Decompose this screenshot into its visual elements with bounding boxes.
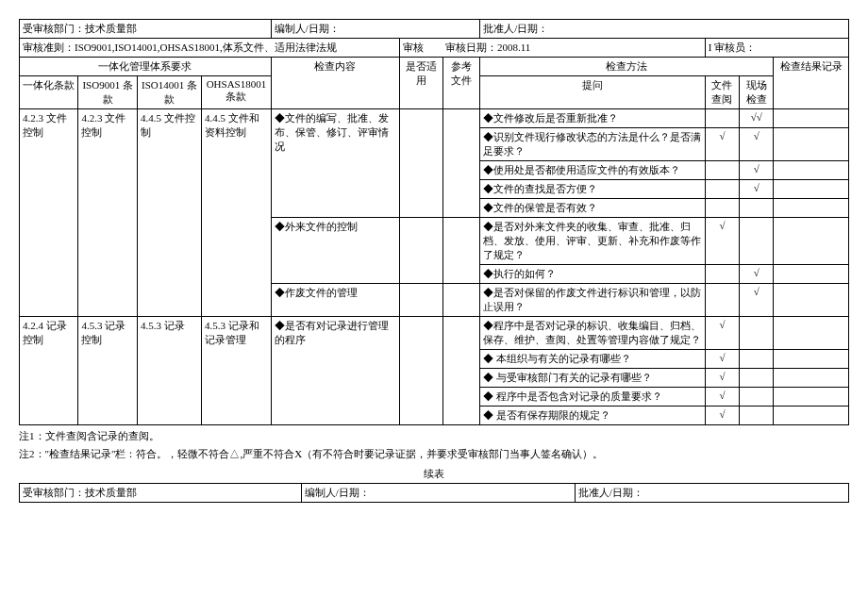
question-cell: ◆文件的查找是否方便？ xyxy=(480,180,705,199)
clause-cell: 4.4.5 文件控制 xyxy=(137,109,201,317)
th-ohsas: OHSAS18001 条款 xyxy=(202,76,272,109)
footer-dept: 受审核部门：技术质量部 xyxy=(20,484,302,503)
footer-preparer: 编制人/日期： xyxy=(301,484,575,503)
th-group2: 检查方法 xyxy=(480,58,774,76)
th-iso14: ISO14001 条款 xyxy=(137,76,201,109)
docrev-cell: √ xyxy=(705,218,739,265)
site-cell xyxy=(740,407,774,425)
ref-cell xyxy=(442,109,480,218)
clause-cell: 4.2.3 文件控制 xyxy=(20,109,78,317)
question-cell: ◆识别文件现行修改状态的方法是什么？是否满足要求？ xyxy=(480,128,705,161)
site-cell: √√ xyxy=(740,109,774,128)
auditor-cell: I 审核员： xyxy=(705,39,848,58)
clause-cell: 4.4.5 文件和资料控制 xyxy=(202,109,272,317)
result-cell xyxy=(774,284,849,317)
docrev-cell: √ xyxy=(705,407,739,425)
result-cell xyxy=(774,128,849,161)
clause-cell: 4.2.3 文件控制 xyxy=(78,109,137,317)
site-cell: √ xyxy=(740,284,774,317)
auditor-label: 审核员： xyxy=(714,41,756,53)
docrev-cell xyxy=(705,161,739,180)
th-int: 一体化条款 xyxy=(20,76,78,109)
docrev-cell: √ xyxy=(705,350,739,369)
question-cell: ◆文件的保管是否有效？ xyxy=(480,199,705,218)
result-cell xyxy=(774,199,849,218)
site-cell xyxy=(740,199,774,218)
note2: 注2："检查结果记录"栏：符合。，轻微不符合△,严重不符合X（有不符合时要记录证… xyxy=(19,447,849,461)
question-cell: ◆ 与受审核部门有关的记录有哪些？ xyxy=(480,369,705,388)
th-iso9: ISO9001 条款 xyxy=(78,76,137,109)
header-table: 受审核部门：技术质量部 编制人/日期： 批准人/日期： 审核准则：ISO9001… xyxy=(19,19,849,425)
ref-cell xyxy=(442,218,480,284)
docrev-cell: √ xyxy=(705,128,739,161)
docrev-cell xyxy=(705,284,739,317)
docrev-cell: √ xyxy=(705,388,739,407)
th-content: 检查内容 xyxy=(271,58,399,109)
table-body: 4.2.3 文件控制4.2.3 文件控制4.4.5 文件控制4.4.5 文件和资… xyxy=(20,109,849,425)
auditor-prefix: I xyxy=(709,41,712,53)
audit-date-cell: 审核日期：2008.11 xyxy=(442,39,705,58)
table-row: 4.2.3 文件控制4.2.3 文件控制4.4.5 文件控制4.4.5 文件和资… xyxy=(20,109,849,128)
docrev-cell: √ xyxy=(705,317,739,350)
site-cell xyxy=(740,317,774,350)
question-cell: ◆ 是否有保存期限的规定？ xyxy=(480,407,705,425)
note1: 注1：文件查阅含记录的查阅。 xyxy=(19,429,849,443)
result-cell xyxy=(774,161,849,180)
site-cell: √ xyxy=(740,180,774,199)
apply-cell xyxy=(400,109,442,218)
criteria-cell: 审核准则：ISO9001,ISO14001,OHSAS18001,体系文件、适用… xyxy=(20,39,400,58)
cont-label: 续表 xyxy=(19,467,849,481)
result-cell xyxy=(774,218,849,265)
site-cell xyxy=(740,350,774,369)
question-cell: ◆ 程序中是否包含对记录的质量要求？ xyxy=(480,388,705,407)
content-cell: ◆作废文件的管理 xyxy=(271,284,399,317)
footer-table: 受审核部门：技术质量部 编制人/日期： 批准人/日期： xyxy=(19,483,849,503)
result-cell xyxy=(774,180,849,199)
docrev-cell: √ xyxy=(705,369,739,388)
apply-cell xyxy=(400,218,442,284)
result-cell xyxy=(774,407,849,425)
result-cell xyxy=(774,369,849,388)
question-cell: ◆程序中是否对记录的标识、收集编目、归档、保存、维护、查阅、处置等管理内容做了规… xyxy=(480,317,705,350)
site-cell: √ xyxy=(740,265,774,284)
audit-date-value: 2008.11 xyxy=(497,41,530,53)
dept-label: 受审核部门： xyxy=(23,23,85,34)
result-cell xyxy=(774,388,849,407)
preparer-label: 编制人/日期： xyxy=(275,23,340,34)
clause-cell: 4.2.4 记录控制 xyxy=(20,317,78,425)
th-apply: 是否适用 xyxy=(400,58,442,109)
result-cell xyxy=(774,350,849,369)
content-cell: ◆文件的编写、批准、发布、保管、修订、评审情况 xyxy=(271,109,399,218)
th-group1: 一体化管理体系要求 xyxy=(20,58,272,76)
clause-cell: 4.5.3 记录和记录管理 xyxy=(202,317,272,425)
site-cell xyxy=(740,369,774,388)
question-cell: ◆是否对外来文件夹的收集、审查、批准、归档、发放、使用、评审、更新、补充和作废等… xyxy=(480,218,705,265)
docrev-cell xyxy=(705,265,739,284)
audit-date-label: 审核日期： xyxy=(445,41,497,53)
docrev-cell xyxy=(705,180,739,199)
question-cell: ◆执行的如何？ xyxy=(480,265,705,284)
footer-approver: 批准人/日期： xyxy=(575,484,848,503)
apply-cell xyxy=(400,317,442,425)
dept-value: 技术质量部 xyxy=(85,23,137,34)
table-row: 4.2.4 记录控制4.5.3 记录控制4.5.3 记录4.5.3 记录和记录管… xyxy=(20,317,849,350)
question-cell: ◆是否对保留的作废文件进行标识和管理，以防止误用？ xyxy=(480,284,705,317)
ref-cell xyxy=(442,284,480,317)
approver-label: 批准人/日期： xyxy=(483,23,548,34)
apply-cell xyxy=(400,284,442,317)
clause-cell: 4.5.3 记录 xyxy=(137,317,201,425)
site-cell xyxy=(740,218,774,265)
result-cell xyxy=(774,317,849,350)
th-doc: 文件查阅 xyxy=(705,76,739,109)
approver-cell: 批准人/日期： xyxy=(480,20,849,39)
clause-cell: 4.5.3 记录控制 xyxy=(78,317,137,425)
docrev-cell xyxy=(705,199,739,218)
content-cell: ◆是否有对记录进行管理的程序 xyxy=(271,317,399,425)
site-cell xyxy=(740,388,774,407)
ref-cell xyxy=(442,317,480,425)
th-question: 提问 xyxy=(480,76,705,109)
th-site: 现场检查 xyxy=(740,76,774,109)
site-cell: √ xyxy=(740,161,774,180)
th-result: 检查结果记录 xyxy=(774,58,849,109)
question-cell: ◆使用处是否都使用适应文件的有效版本？ xyxy=(480,161,705,180)
